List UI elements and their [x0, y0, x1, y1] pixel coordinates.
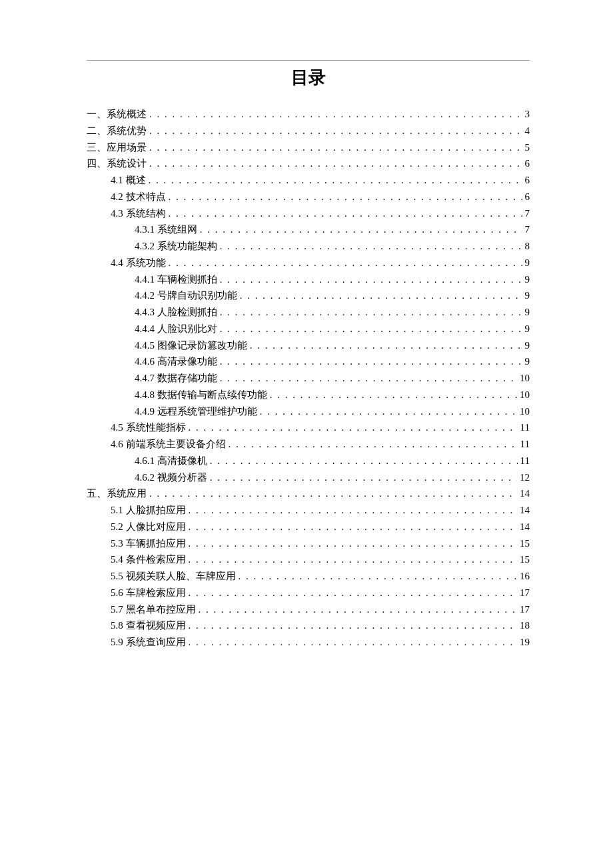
toc-entry-page: 9: [525, 353, 530, 370]
toc-leader-dots: [149, 485, 517, 502]
toc-entry-page: 10: [520, 387, 530, 403]
toc-entry-page: 9: [525, 337, 530, 354]
toc-entry-label: 4.6.1 高清摄像机: [135, 453, 207, 469]
toc-leader-dots: [149, 139, 522, 156]
toc-entry[interactable]: 5.9 系统查询应用19: [87, 634, 530, 651]
toc-entry-page: 6: [525, 172, 530, 189]
toc-entry[interactable]: 二、系统优势4: [87, 123, 530, 139]
toc-entry[interactable]: 5.3 车辆抓拍应用15: [87, 535, 530, 552]
toc-entry[interactable]: 4.4.3 人脸检测抓拍9: [87, 304, 530, 321]
toc-entry[interactable]: 4.3 系统结构7: [87, 205, 530, 222]
toc-entry-label: 二、系统优势: [87, 123, 147, 139]
toc-entry[interactable]: 5.1 人脸抓拍应用14: [87, 502, 530, 519]
toc-entry[interactable]: 4.1 概述6: [87, 172, 530, 189]
toc-entry[interactable]: 4.4.5 图像记录防篡改功能9: [87, 337, 530, 354]
toc-leader-dots: [199, 601, 518, 618]
toc-entry-page: 15: [520, 551, 530, 568]
toc-leader-dots: [189, 502, 518, 519]
toc-entry-page: 10: [520, 403, 530, 420]
toc-entry-label: 5.9 系统查询应用: [111, 634, 186, 651]
toc-entry-label: 三、应用场景: [87, 139, 147, 156]
toc-leader-dots: [149, 123, 522, 139]
toc-entry-label: 5.5 视频关联人脸、车牌应用: [111, 568, 236, 585]
toc-entry[interactable]: 4.2 技术特点6: [87, 189, 530, 205]
toc-entry[interactable]: 一、系统概述3: [87, 106, 530, 123]
toc-entry-page: 4: [525, 123, 530, 139]
toc-entry-label: 4.4.9 远程系统管理维护功能: [135, 403, 257, 420]
toc-leader-dots: [240, 287, 522, 304]
toc-entry[interactable]: 5.4 条件检索应用15: [87, 551, 530, 568]
toc-entry-page: 8: [525, 238, 530, 255]
toc-entry-label: 4.3.1 系统组网: [135, 221, 197, 238]
toc-entry[interactable]: 4.4.9 远程系统管理维护功能10: [87, 403, 530, 420]
toc-leader-dots: [189, 419, 518, 436]
toc-entry[interactable]: 4.6.2 视频分析器12: [87, 469, 530, 486]
toc-entry[interactable]: 4.4.2 号牌自动识别功能9: [87, 287, 530, 304]
toc-entry-label: 4.4.5 图像记录防篡改功能: [135, 337, 247, 354]
toc-entry[interactable]: 四、系统设计6: [87, 155, 530, 172]
toc-entry-label: 4.1 概述: [111, 172, 146, 189]
toc-entry-page: 17: [520, 585, 530, 601]
toc-entry-label: 4.3 系统结构: [111, 205, 166, 222]
toc-entry-page: 16: [520, 568, 530, 585]
toc-entry-label: 4.4.6 高清录像功能: [135, 353, 217, 370]
toc-entry[interactable]: 4.4.8 数据传输与断点续传功能10: [87, 387, 530, 403]
toc-leader-dots: [189, 617, 518, 634]
toc-entry[interactable]: 4.4.1 车辆检测抓拍9: [87, 271, 530, 288]
toc-entry-page: 5: [525, 139, 530, 156]
toc-entry[interactable]: 4.6 前端系统主要设备介绍11: [87, 436, 530, 453]
toc-entry-page: 17: [520, 601, 530, 618]
toc-entry-page: 7: [525, 221, 530, 238]
toc-leader-dots: [189, 551, 518, 568]
toc-entry-page: 9: [525, 287, 530, 304]
toc-leader-dots: [220, 271, 522, 288]
toc-leader-dots: [250, 337, 522, 354]
toc-leader-dots: [220, 370, 517, 387]
toc-entry-page: 9: [525, 321, 530, 337]
toc-entry-page: 7: [525, 205, 530, 222]
toc-entry-label: 4.4.7 数据存储功能: [135, 370, 217, 387]
toc-entry[interactable]: 4.6.1 高清摄像机11: [87, 453, 530, 469]
toc-entry-label: 5.8 查看视频应用: [111, 617, 186, 634]
toc-entry-page: 15: [520, 535, 530, 552]
toc-entry-page: 14: [520, 519, 530, 535]
toc-entry-label: 4.4.4 人脸识别比对: [135, 321, 217, 337]
toc-entry[interactable]: 5.8 查看视频应用18: [87, 617, 530, 634]
toc-entry-label: 5.1 人脸抓拍应用: [111, 502, 186, 519]
toc-entry[interactable]: 4.4.4 人脸识别比对9: [87, 321, 530, 337]
toc-entry-label: 4.6.2 视频分析器: [135, 469, 207, 486]
toc-entry[interactable]: 5.5 视频关联人脸、车牌应用16: [87, 568, 530, 585]
toc-leader-dots: [169, 255, 522, 271]
toc-entry-label: 4.4.8 数据传输与断点续传功能: [135, 387, 267, 403]
toc-entry-label: 一、系统概述: [87, 106, 147, 123]
toc-leader-dots: [149, 155, 522, 172]
toc-leader-dots: [189, 634, 518, 651]
document-page: 目录 一、系统概述3二、系统优势4三、应用场景5四、系统设计64.1 概述64.…: [0, 0, 613, 651]
toc-entry-label: 四、系统设计: [87, 155, 147, 172]
toc-entry[interactable]: 4.4.6 高清录像功能9: [87, 353, 530, 370]
toc-entry-page: 18: [520, 617, 530, 634]
toc-leader-dots: [229, 436, 518, 453]
toc-entry[interactable]: 三、应用场景5: [87, 139, 530, 156]
toc-entry-label: 4.5 系统性能指标: [111, 419, 186, 436]
toc-entry-label: 5.7 黑名单布控应用: [111, 601, 196, 618]
toc-leader-dots: [260, 403, 517, 420]
toc-entry-page: 14: [520, 485, 530, 502]
toc-entry[interactable]: 4.4 系统功能9: [87, 255, 530, 271]
toc-entry[interactable]: 4.4.7 数据存储功能10: [87, 370, 530, 387]
toc-entry[interactable]: 5.2 人像比对应用14: [87, 519, 530, 535]
toc-entry-page: 9: [525, 255, 530, 271]
toc-entry[interactable]: 4.3.1 系统组网7: [87, 221, 530, 238]
toc-entry[interactable]: 4.3.2 系统功能架构8: [87, 238, 530, 255]
toc-entry[interactable]: 五、系统应用14: [87, 485, 530, 502]
toc-entry[interactable]: 4.5 系统性能指标11: [87, 419, 530, 436]
toc-entry-label: 5.4 条件检索应用: [111, 551, 186, 568]
toc-leader-dots: [189, 519, 518, 535]
toc-leader-dots: [189, 585, 518, 601]
toc-entry[interactable]: 5.6 车牌检索应用17: [87, 585, 530, 601]
toc-leader-dots: [149, 172, 522, 189]
toc-leader-dots: [149, 106, 522, 123]
toc-leader-dots: [200, 221, 522, 238]
toc-leader-dots: [169, 205, 522, 222]
toc-entry[interactable]: 5.7 黑名单布控应用17: [87, 601, 530, 618]
